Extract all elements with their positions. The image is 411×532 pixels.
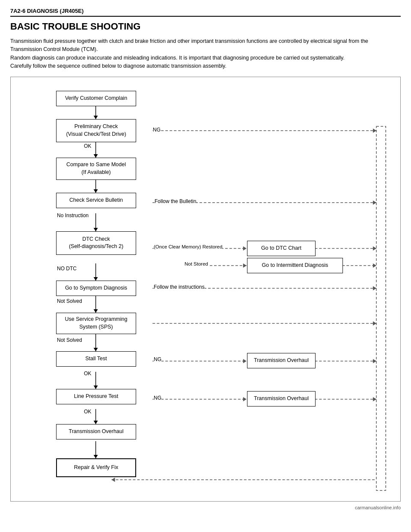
label-follow-instructions: Follow the instructions (154, 284, 205, 290)
box-go-intermittent: Go to Intermittent Diagnosis (247, 258, 343, 273)
intro-p1: Transmission fluid pressure together wit… (10, 38, 368, 52)
box-preliminary: Preliminary Check (Visual Check/Test Dri… (56, 119, 136, 142)
svg-marker-1 (94, 116, 98, 119)
box-compare: Compare to Same Model (If Available) (56, 158, 136, 180)
header-title: 7A2-6 DIAGNOSIS (JR405E) (10, 8, 83, 14)
label-ok-line: OK (84, 409, 91, 415)
svg-marker-37 (243, 359, 247, 363)
svg-marker-15 (94, 386, 98, 389)
label-ng-stall: NG (154, 356, 161, 362)
flow-wrap: Verify Customer Complain Preliminary Che… (18, 86, 393, 493)
svg-marker-19 (94, 455, 98, 458)
label-once-clear: (Once Clear Memory) Restored (154, 244, 222, 249)
svg-marker-41 (243, 397, 247, 401)
intro-p3: Carefully follow the sequence outlined b… (10, 63, 226, 69)
svg-marker-23 (373, 200, 376, 205)
box-service-bulletin: Check Service Bulletin (56, 193, 136, 208)
footer-site: carmanualsonline.info (355, 505, 401, 510)
label-ng1: NG (153, 127, 161, 133)
svg-marker-27 (373, 246, 376, 251)
svg-marker-3 (94, 154, 98, 158)
main-title: BASIC TROUBLE SHOOTING (10, 21, 401, 32)
diagram-container: Verify Customer Complain Preliminary Che… (10, 77, 401, 502)
box-dtc-check: DTC Check (Self-diagnosis/Tech 2) (56, 231, 136, 255)
svg-marker-29 (243, 263, 247, 268)
footer-bar: carmanualsonline.info (10, 505, 401, 510)
intro-p2: Random diagnosis can produce inaccurate … (10, 55, 345, 61)
label-not-solved2: Not Solved (57, 337, 82, 343)
svg-marker-46 (112, 478, 115, 482)
intro-text: Transmission fluid pressure together wit… (10, 37, 401, 71)
svg-marker-33 (373, 286, 376, 290)
svg-marker-31 (373, 263, 376, 268)
svg-marker-17 (94, 421, 98, 424)
label-ng-line: NG (154, 395, 161, 401)
svg-marker-21 (373, 129, 376, 133)
box-symptom: Go to Symptom Diagnosis (56, 281, 136, 296)
svg-marker-11 (94, 309, 98, 313)
svg-marker-35 (373, 321, 376, 326)
box-sps: Use Service Programming System (SPS) (56, 313, 136, 334)
box-stall: Stall Test (56, 351, 136, 367)
box-line-pressure: Line Pressure Test (56, 389, 136, 404)
svg-marker-39 (373, 359, 376, 363)
svg-marker-5 (94, 189, 98, 193)
svg-rect-44 (376, 126, 386, 490)
svg-marker-7 (94, 228, 98, 231)
box-verify: Verify Customer Complain (56, 91, 136, 106)
svg-marker-13 (94, 348, 98, 351)
svg-marker-25 (243, 246, 247, 251)
box-trans-overhaul-main: Transmission Overhaul (56, 424, 136, 439)
label-ok-stall: OK (84, 371, 91, 377)
box-trans-overhaul-stall: Transmission Overhaul (247, 353, 316, 368)
box-trans-overhaul-line: Transmission Overhaul (247, 391, 316, 406)
header-bar: 7A2-6 DIAGNOSIS (JR405E) (10, 8, 401, 17)
label-no-instruction: No Instruction (57, 212, 89, 218)
box-repair: Repair & Verify Fix (56, 458, 136, 477)
box-go-dtc-chart: Go to DTC Chart (247, 241, 316, 256)
svg-marker-9 (94, 277, 98, 281)
label-not-stored: Not Stored (185, 261, 208, 266)
label-ok1: OK (84, 143, 91, 149)
label-follow-bulletin: Follow the Bulletin (155, 198, 196, 204)
svg-marker-43 (373, 397, 376, 401)
label-not-solved1: Not Solved (57, 298, 82, 304)
label-no-dtc: NO DTC (57, 266, 77, 272)
page: 7A2-6 DIAGNOSIS (JR405E) BASIC TROUBLE S… (0, 0, 411, 518)
